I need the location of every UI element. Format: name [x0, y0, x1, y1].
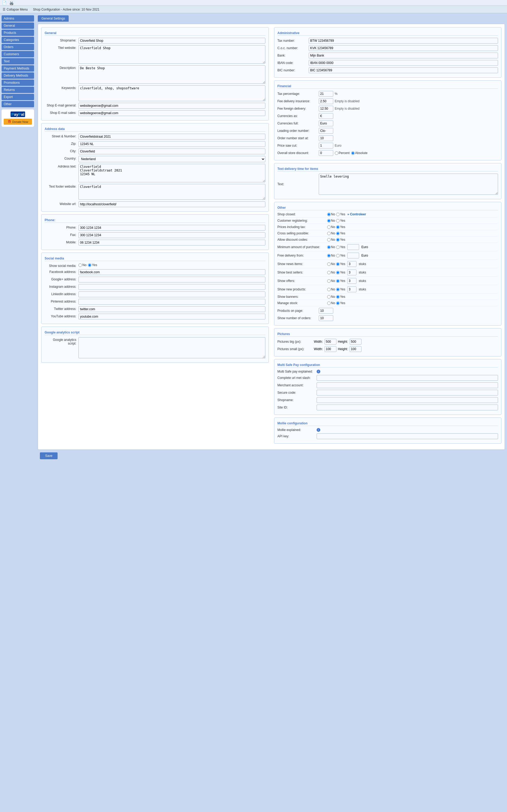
free-del-no-radio[interactable]	[327, 254, 331, 257]
min-amount-no-label[interactable]: No	[327, 245, 335, 249]
show-social-no-radio[interactable]	[78, 263, 82, 267]
api-key-input[interactable]	[317, 434, 498, 439]
disc-codes-yes-label[interactable]: Yes	[336, 238, 345, 242]
show-social-yes-label[interactable]: Yes	[88, 263, 97, 267]
discount-absolute-label[interactable]: Absolute	[351, 151, 368, 155]
best-no-label[interactable]: No	[327, 270, 335, 274]
cust-reg-yes-radio[interactable]	[336, 219, 340, 222]
offers-no-radio[interactable]	[327, 279, 331, 283]
sidebar-item-export[interactable]: Export	[2, 94, 34, 100]
sidebar-item-returns[interactable]: Returns	[2, 87, 34, 93]
stock-yes-radio[interactable]	[336, 302, 340, 305]
free-del-no-label[interactable]: No	[327, 254, 335, 257]
offers-yes-label[interactable]: Yes	[336, 279, 345, 283]
analytics-script-textarea[interactable]	[78, 337, 265, 358]
new-prod-no-label[interactable]: No	[327, 288, 335, 291]
controleer-link[interactable]: » Controleer	[347, 212, 366, 216]
text-delivery-textarea[interactable]: Snelle levering	[319, 173, 498, 195]
show-new-products-count[interactable]	[347, 287, 356, 292]
merchant-input[interactable]	[317, 383, 498, 388]
msp-shopname-input[interactable]	[317, 397, 498, 403]
sidebar-item-promotions[interactable]: Promotions	[2, 80, 34, 86]
description-textarea[interactable]: De Beste Shop	[78, 65, 265, 84]
shop-closed-yes-radio[interactable]	[336, 213, 340, 216]
show-news-no-label[interactable]: No	[327, 262, 335, 266]
cust-reg-no-radio[interactable]	[327, 219, 331, 222]
sidebar-item-customers[interactable]: Customers	[2, 51, 34, 57]
disc-codes-yes-radio[interactable]	[336, 238, 340, 242]
iban-input[interactable]	[309, 60, 498, 66]
big-width-input[interactable]	[325, 339, 336, 345]
stock-no-label[interactable]: No	[327, 301, 335, 305]
new-prod-yes-radio[interactable]	[336, 288, 340, 291]
show-news-yes-radio[interactable]	[336, 262, 340, 266]
sidebar-item-general[interactable]: General	[2, 22, 34, 29]
sidebar-item-text[interactable]: Text	[2, 58, 34, 64]
prices-tax-no-radio[interactable]	[327, 225, 331, 229]
city-input[interactable]	[78, 149, 265, 154]
tax-number-input[interactable]	[309, 38, 498, 44]
new-prod-yes-label[interactable]: Yes	[336, 288, 345, 291]
phone-input[interactable]	[78, 225, 265, 231]
email-general-input[interactable]	[78, 103, 265, 109]
address-text-textarea[interactable]: Cloverfield Cloverfieldstraat 2021 12345…	[78, 164, 265, 182]
stock-no-radio[interactable]	[327, 302, 331, 305]
cross-yes-label[interactable]: Yes	[336, 232, 345, 235]
pinterest-input[interactable]	[78, 299, 265, 305]
titel-textarea[interactable]: Cloverfield Shop	[78, 45, 265, 64]
msp-info-icon[interactable]: i	[317, 370, 320, 373]
show-num-orders-input[interactable]	[319, 315, 333, 321]
discount-percent-radio[interactable]	[335, 151, 338, 155]
instagram-input[interactable]	[78, 284, 265, 290]
sidebar-item-categories[interactable]: Categories	[2, 37, 34, 43]
show-offers-count[interactable]	[347, 278, 356, 284]
stock-yes-label[interactable]: Yes	[336, 301, 345, 305]
bank-input[interactable]	[309, 53, 498, 58]
fax-input[interactable]	[78, 232, 265, 238]
cross-no-radio[interactable]	[327, 232, 331, 235]
min-amount-yes-label[interactable]: Yes	[336, 245, 345, 249]
save-button[interactable]: Save	[40, 452, 58, 459]
free-del-yes-radio[interactable]	[336, 254, 340, 257]
products-on-page-input[interactable]	[319, 308, 333, 314]
tax-pct-input[interactable]	[319, 91, 333, 97]
mobile-input[interactable]	[78, 240, 265, 246]
big-height-input[interactable]	[350, 339, 361, 345]
website-url-input[interactable]	[78, 201, 265, 207]
mollie-info-icon[interactable]: i	[317, 428, 320, 432]
street-input[interactable]	[78, 134, 265, 140]
currencies-as-input[interactable]	[319, 113, 333, 119]
email-sales-input[interactable]	[78, 110, 265, 116]
facebook-input[interactable]	[78, 269, 265, 275]
sidebar-item-delivery-methods[interactable]: Delivery Methods	[2, 72, 34, 79]
offers-yes-radio[interactable]	[336, 279, 340, 283]
banners-yes-radio[interactable]	[336, 295, 340, 299]
sidebar-item-products[interactable]: Products	[2, 30, 34, 36]
small-width-input[interactable]	[325, 346, 336, 352]
offers-no-label[interactable]: No	[327, 279, 335, 283]
disc-codes-no-radio[interactable]	[327, 238, 331, 242]
prices-tax-no-label[interactable]: No	[327, 225, 335, 229]
site-id-input[interactable]	[317, 405, 498, 410]
disc-codes-no-label[interactable]: No	[327, 238, 335, 242]
show-social-yes-radio[interactable]	[88, 263, 91, 267]
show-social-no-label[interactable]: No	[78, 263, 87, 267]
shopname-input[interactable]	[78, 38, 265, 44]
prices-tax-yes-label[interactable]: Yes	[336, 225, 345, 229]
order-start-input[interactable]	[319, 135, 333, 141]
coc-number-input[interactable]	[309, 45, 498, 51]
shop-closed-no-label[interactable]: No	[327, 212, 335, 216]
cross-yes-radio[interactable]	[336, 232, 340, 235]
banners-yes-label[interactable]: Yes	[336, 295, 345, 299]
currencies-full-input[interactable]	[319, 120, 333, 126]
best-yes-label[interactable]: Yes	[336, 270, 345, 274]
cust-reg-no-label[interactable]: No	[327, 219, 335, 222]
tab-general-settings[interactable]: General Settings	[38, 15, 69, 22]
linkedin-input[interactable]	[78, 292, 265, 297]
banners-no-radio[interactable]	[327, 295, 331, 299]
sidebar-item-payment-methods[interactable]: Payment Methods	[2, 65, 34, 71]
price-saw-input[interactable]	[319, 143, 333, 149]
youtube-input[interactable]	[78, 314, 265, 319]
min-amount-yes-radio[interactable]	[336, 246, 340, 249]
sidebar-item-orders[interactable]: Orders	[2, 44, 34, 50]
